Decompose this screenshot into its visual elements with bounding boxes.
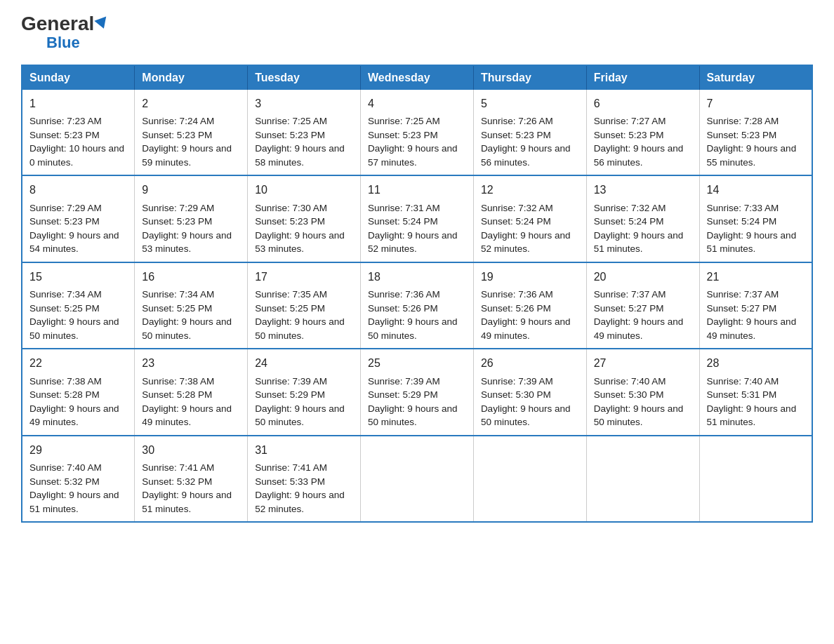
sunrise-text: Sunrise: 7:36 AM <box>368 289 440 300</box>
sunset-text: Sunset: 5:23 PM <box>29 216 100 227</box>
sunset-text: Sunset: 5:27 PM <box>707 303 777 314</box>
day-number: 24 <box>255 355 353 371</box>
day-number: 2 <box>142 95 240 112</box>
sunrise-text: Sunrise: 7:40 AM <box>29 462 102 473</box>
sunset-text: Sunset: 5:25 PM <box>142 303 212 314</box>
day-cell: 29Sunrise: 7:40 AMSunset: 5:32 PMDayligh… <box>22 436 135 522</box>
sunrise-text: Sunrise: 7:39 AM <box>368 376 440 387</box>
sunset-text: Sunset: 5:29 PM <box>255 389 325 400</box>
sunset-text: Sunset: 5:23 PM <box>594 130 664 140</box>
sunset-text: Sunset: 5:23 PM <box>142 216 212 227</box>
sunrise-text: Sunrise: 7:26 AM <box>481 116 553 126</box>
daylight-text: Daylight: 9 hours and 52 minutes. <box>481 230 571 255</box>
daylight-text: Daylight: 9 hours and 54 minutes. <box>29 230 119 255</box>
sunset-text: Sunset: 5:23 PM <box>481 130 551 140</box>
sunrise-text: Sunrise: 7:39 AM <box>255 376 327 387</box>
day-cell: 20Sunrise: 7:37 AMSunset: 5:27 PMDayligh… <box>586 262 699 349</box>
day-number: 3 <box>255 95 353 112</box>
daylight-text: Daylight: 9 hours and 53 minutes. <box>255 230 345 255</box>
day-cell: 27Sunrise: 7:40 AMSunset: 5:30 PMDayligh… <box>586 349 699 435</box>
day-cell <box>361 436 474 522</box>
daylight-text: Daylight: 9 hours and 50 minutes. <box>594 403 684 428</box>
daylight-text: Daylight: 9 hours and 49 minutes. <box>29 403 119 428</box>
day-cell <box>586 436 699 522</box>
week-row-1: 1Sunrise: 7:23 AMSunset: 5:23 PMDaylight… <box>22 90 812 175</box>
day-number: 26 <box>481 355 579 371</box>
day-cell: 24Sunrise: 7:39 AMSunset: 5:29 PMDayligh… <box>248 349 361 435</box>
sunset-text: Sunset: 5:25 PM <box>255 303 325 314</box>
sunset-text: Sunset: 5:31 PM <box>707 389 777 400</box>
page-header: General Blue <box>21 14 813 52</box>
sunrise-text: Sunrise: 7:37 AM <box>707 289 779 300</box>
day-cell <box>699 436 812 522</box>
daylight-text: Daylight: 9 hours and 50 minutes. <box>368 316 458 341</box>
sunrise-text: Sunrise: 7:25 AM <box>368 116 440 126</box>
day-number: 31 <box>255 442 353 458</box>
day-number: 4 <box>368 95 466 112</box>
daylight-text: Daylight: 9 hours and 50 minutes. <box>255 316 345 341</box>
day-cell: 14Sunrise: 7:33 AMSunset: 5:24 PMDayligh… <box>699 175 812 262</box>
sunrise-text: Sunrise: 7:28 AM <box>707 116 779 126</box>
header-day-thursday: Thursday <box>473 65 586 90</box>
sunset-text: Sunset: 5:32 PM <box>29 476 100 487</box>
day-cell: 16Sunrise: 7:34 AMSunset: 5:25 PMDayligh… <box>135 262 248 349</box>
day-number: 19 <box>481 269 579 285</box>
day-number: 12 <box>481 182 579 198</box>
sunset-text: Sunset: 5:30 PM <box>594 389 664 400</box>
day-number: 13 <box>594 182 692 198</box>
sunset-text: Sunset: 5:23 PM <box>255 216 325 227</box>
sunrise-text: Sunrise: 7:41 AM <box>255 462 327 473</box>
day-number: 22 <box>29 355 127 371</box>
sunrise-text: Sunrise: 7:33 AM <box>707 203 779 213</box>
day-number: 16 <box>142 269 240 285</box>
day-number: 21 <box>707 269 805 285</box>
day-cell: 7Sunrise: 7:28 AMSunset: 5:23 PMDaylight… <box>699 90 812 175</box>
day-number: 5 <box>481 95 579 112</box>
daylight-text: Daylight: 9 hours and 49 minutes. <box>142 403 232 428</box>
sunrise-text: Sunrise: 7:34 AM <box>142 289 214 300</box>
day-number: 7 <box>707 95 805 112</box>
day-cell: 10Sunrise: 7:30 AMSunset: 5:23 PMDayligh… <box>248 175 361 262</box>
daylight-text: Daylight: 9 hours and 49 minutes. <box>707 316 797 341</box>
daylight-text: Daylight: 9 hours and 50 minutes. <box>142 316 232 341</box>
daylight-text: Daylight: 10 hours and 0 minutes. <box>29 143 124 168</box>
sunset-text: Sunset: 5:24 PM <box>594 216 664 227</box>
calendar-header: SundayMondayTuesdayWednesdayThursdayFrid… <box>22 65 812 90</box>
day-cell: 2Sunrise: 7:24 AMSunset: 5:23 PMDaylight… <box>135 90 248 175</box>
sunset-text: Sunset: 5:28 PM <box>29 389 100 400</box>
daylight-text: Daylight: 9 hours and 59 minutes. <box>142 143 232 168</box>
daylight-text: Daylight: 9 hours and 55 minutes. <box>707 143 797 168</box>
day-cell: 28Sunrise: 7:40 AMSunset: 5:31 PMDayligh… <box>699 349 812 435</box>
day-cell: 17Sunrise: 7:35 AMSunset: 5:25 PMDayligh… <box>248 262 361 349</box>
calendar-body: 1Sunrise: 7:23 AMSunset: 5:23 PMDaylight… <box>22 90 812 522</box>
day-number: 1 <box>29 95 127 112</box>
sunset-text: Sunset: 5:29 PM <box>368 389 438 400</box>
day-cell: 30Sunrise: 7:41 AMSunset: 5:32 PMDayligh… <box>135 436 248 522</box>
day-number: 17 <box>255 269 353 285</box>
day-number: 23 <box>142 355 240 371</box>
sunset-text: Sunset: 5:23 PM <box>255 130 325 140</box>
day-cell: 22Sunrise: 7:38 AMSunset: 5:28 PMDayligh… <box>22 349 135 435</box>
daylight-text: Daylight: 9 hours and 51 minutes. <box>594 230 684 255</box>
daylight-text: Daylight: 9 hours and 52 minutes. <box>255 490 345 514</box>
sunset-text: Sunset: 5:27 PM <box>594 303 664 314</box>
sunrise-text: Sunrise: 7:40 AM <box>594 376 666 387</box>
day-cell: 4Sunrise: 7:25 AMSunset: 5:23 PMDaylight… <box>361 90 474 175</box>
day-cell: 3Sunrise: 7:25 AMSunset: 5:23 PMDaylight… <box>248 90 361 175</box>
day-cell: 1Sunrise: 7:23 AMSunset: 5:23 PMDaylight… <box>22 90 135 175</box>
sunrise-text: Sunrise: 7:25 AM <box>255 116 327 126</box>
daylight-text: Daylight: 9 hours and 51 minutes. <box>707 403 797 428</box>
sunrise-text: Sunrise: 7:38 AM <box>29 376 102 387</box>
header-day-sunday: Sunday <box>22 65 135 90</box>
sunrise-text: Sunrise: 7:34 AM <box>29 289 102 300</box>
sunrise-text: Sunrise: 7:35 AM <box>255 289 327 300</box>
day-number: 18 <box>368 269 466 285</box>
day-cell: 12Sunrise: 7:32 AMSunset: 5:24 PMDayligh… <box>473 175 586 262</box>
logo-blue-text: Blue <box>46 34 80 52</box>
sunrise-text: Sunrise: 7:40 AM <box>707 376 779 387</box>
day-cell: 6Sunrise: 7:27 AMSunset: 5:23 PMDaylight… <box>586 90 699 175</box>
day-cell: 18Sunrise: 7:36 AMSunset: 5:26 PMDayligh… <box>361 262 474 349</box>
sunset-text: Sunset: 5:33 PM <box>255 476 325 487</box>
daylight-text: Daylight: 9 hours and 50 minutes. <box>29 316 119 341</box>
week-row-4: 22Sunrise: 7:38 AMSunset: 5:28 PMDayligh… <box>22 349 812 435</box>
